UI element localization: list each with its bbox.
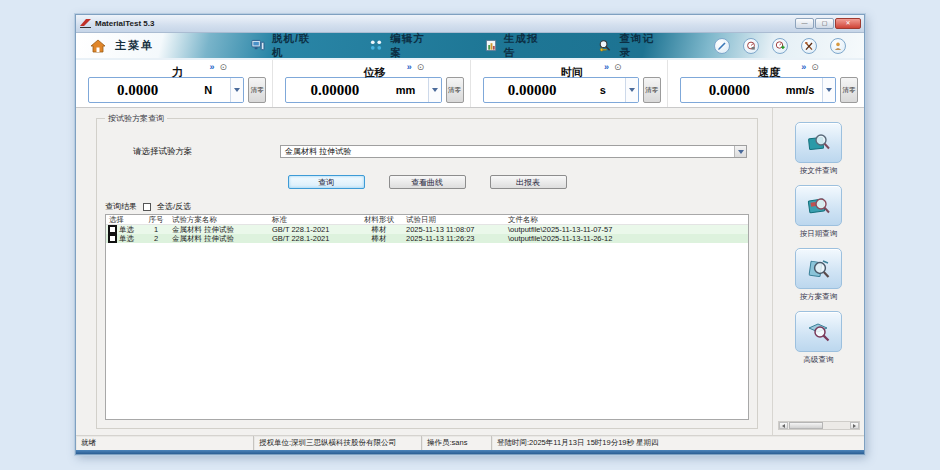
status-license: 授权单位:深圳三思纵横科技股份有限公司 (254, 436, 422, 450)
nav-generate-report-label: 生成报告 (504, 32, 547, 60)
gauge-lock-icon[interactable] (743, 38, 759, 54)
target-icon[interactable]: ⊙ (220, 62, 228, 72)
row-file: \outputfile\2025-11-13-11-26-12 (506, 234, 748, 243)
chevron-down-icon (234, 88, 240, 92)
fast-forward-icon[interactable]: » (801, 62, 805, 72)
search-key-icon (598, 39, 612, 53)
force-unit-dropdown[interactable] (230, 78, 243, 102)
query-modes-sidebar: 按文件查询 按日期查询 (772, 108, 864, 435)
scheme-select-value: 金属材料 拉伸试验 (281, 146, 734, 157)
chevron-down-icon (629, 88, 635, 92)
row-date: 2025-11-13 11:08:07 (404, 225, 506, 234)
target-icon[interactable]: ⊙ (614, 62, 622, 72)
user-icon[interactable] (830, 38, 846, 54)
horizontal-scrollbar[interactable] (778, 421, 860, 430)
time-clear-button[interactable]: 清零 (643, 77, 661, 103)
scheme-select-label: 请选择试验方案 (105, 146, 280, 158)
advanced-query-button[interactable] (795, 311, 842, 352)
nav-online-offline-label: 脱机/联机 (272, 32, 318, 60)
chevron-down-icon (738, 150, 744, 154)
query-groupbox: 按试验方案查询 请选择试验方案 金属材料 拉伸试验 查询 查看曲线 出报表 查询… (96, 118, 758, 429)
window-bottom-border (76, 450, 864, 454)
displacement-label: 位移 (363, 66, 385, 78)
col-shape: 材料形状 (354, 215, 404, 225)
sidebar-item-advanced-query[interactable]: 高级查询 (795, 311, 842, 365)
titlebar: MaterialTest 5.3 — ▢ ✕ (76, 15, 864, 33)
status-login-time: 登陆时间:2025年11月13日 15时19分19秒 星期四 (492, 436, 864, 450)
displacement-clear-button[interactable]: 清零 (446, 77, 464, 103)
time-unit-dropdown[interactable] (625, 78, 638, 102)
table-row[interactable]: 单选 2 金属材料 拉伸试验 GB/T 228.1-2021 棒材 2025-1… (106, 234, 748, 243)
fast-forward-icon[interactable]: » (209, 62, 213, 72)
sidebar-item-query-by-file[interactable]: 按文件查询 (795, 122, 842, 176)
speed-label: 速度 (758, 66, 780, 78)
speed-value-box: 0.0000 mm/s (680, 77, 836, 103)
query-by-file-button[interactable] (795, 122, 842, 163)
close-button[interactable]: ✕ (835, 18, 861, 29)
scheme-select[interactable]: 金属材料 拉伸试验 (280, 145, 747, 158)
time-panel: 时间 »⊙ 0.00000 s 清零 (471, 60, 668, 107)
nav-main-menu[interactable]: 主菜单 (76, 38, 251, 53)
row-date: 2025-11-13 11:26:23 (404, 234, 506, 243)
groupbox-title: 按试验方案查询 (105, 113, 167, 124)
force-clear-button[interactable]: 清零 (248, 77, 266, 103)
force-value-box: 0.0000 N (88, 77, 244, 103)
row-checkbox[interactable] (108, 234, 117, 243)
pencil-icon[interactable] (714, 38, 730, 54)
sidebar-item-query-by-date[interactable]: 按日期查询 (795, 185, 842, 239)
nav-query-records-label: 查询记录 (619, 32, 662, 60)
sidebar-item-label: 按日期查询 (800, 229, 838, 239)
nav-online-offline[interactable]: 脱机/联机 (251, 32, 318, 60)
row-scheme: 金属材料 拉伸试验 (170, 234, 270, 244)
query-by-date-button[interactable] (795, 185, 842, 226)
query-area: 按试验方案查询 请选择试验方案 金属材料 拉伸试验 查询 查看曲线 出报表 查询… (76, 108, 772, 435)
export-report-button[interactable]: 出报表 (490, 175, 567, 189)
dots-grid-icon (370, 39, 383, 52)
nav-query-records[interactable]: 查询记录 (598, 32, 662, 60)
displacement-unit: mm (384, 84, 428, 96)
status-bar: 就绪 授权单位:深圳三思纵横科技股份有限公司 操作员:sans 登陆时间:202… (76, 435, 864, 450)
gauge-add-icon[interactable] (772, 38, 788, 54)
results-label: 查询结果 (105, 201, 137, 212)
time-unit: s (581, 84, 625, 96)
sidebar-item-query-by-scheme[interactable]: 按方案查询 (795, 248, 842, 302)
nav-edit-scheme[interactable]: 编辑方案 (370, 32, 433, 60)
query-by-scheme-button[interactable] (795, 248, 842, 289)
fast-forward-icon[interactable]: » (407, 62, 411, 72)
report-doc-icon (485, 39, 497, 52)
displacement-unit-dropdown[interactable] (428, 78, 441, 102)
time-value-box: 0.00000 s (483, 77, 639, 103)
speed-unit-dropdown[interactable] (822, 78, 835, 102)
monitor-icon (251, 39, 265, 52)
fast-forward-icon[interactable]: » (604, 62, 608, 72)
displacement-panel: 位移 »⊙ 0.00000 mm 清零 (273, 60, 470, 107)
nav-generate-report[interactable]: 生成报告 (485, 32, 547, 60)
view-curve-button[interactable]: 查看曲线 (389, 175, 466, 189)
search-button[interactable]: 查询 (288, 175, 365, 189)
app-window: MaterialTest 5.3 — ▢ ✕ 主菜单 脱机/联机 (75, 14, 865, 455)
speed-panel: 速度 »⊙ 0.0000 mm/s 清零 (668, 60, 864, 107)
speed-value: 0.0000 (681, 82, 778, 99)
nav-main-menu-label: 主菜单 (115, 38, 154, 53)
scrollbar-thumb[interactable] (789, 422, 823, 429)
scheme-select-dropdown[interactable] (734, 146, 746, 157)
time-label: 时间 (561, 66, 583, 78)
col-scheme: 试验方案名称 (170, 215, 270, 225)
chevron-down-icon (826, 88, 832, 92)
tools-icon[interactable] (801, 38, 817, 54)
speed-clear-button[interactable]: 清零 (840, 77, 858, 103)
row-no: 2 (142, 234, 170, 243)
force-value: 0.0000 (89, 82, 186, 99)
scroll-right-icon[interactable] (850, 422, 859, 429)
target-icon[interactable]: ⊙ (417, 62, 425, 72)
results-table: 选择 序号 试验方案名称 标准 材料形状 试验日期 文件名称 单选 1 金属材料… (105, 214, 749, 420)
sidebar-item-label: 高级查询 (804, 355, 834, 365)
measurement-panels: 力 »⊙ 0.0000 N 清零 位移 »⊙ 0.00000 mm (76, 60, 864, 108)
minimize-button[interactable]: — (795, 18, 814, 29)
target-icon[interactable]: ⊙ (811, 62, 819, 72)
maximize-button[interactable]: ▢ (815, 18, 834, 29)
select-all-checkbox[interactable] (143, 203, 151, 211)
chevron-down-icon (432, 88, 438, 92)
scroll-left-icon[interactable] (779, 422, 788, 429)
row-standard: GB/T 228.1-2021 (270, 225, 354, 234)
